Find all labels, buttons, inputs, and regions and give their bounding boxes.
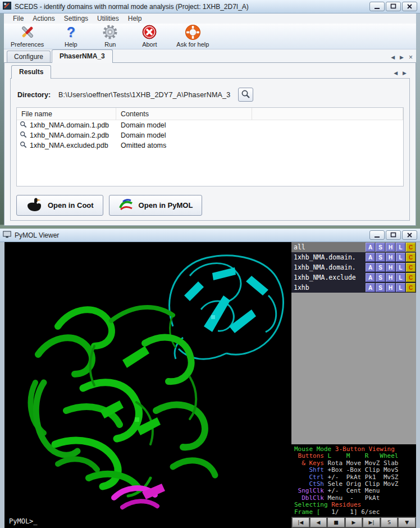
object-row-domain-2: 1xhb_NMA.domain. A S H L C [291, 262, 416, 272]
object-name[interactable]: all [291, 242, 365, 252]
pymol-ribbon-icon [118, 198, 134, 213]
abort-button[interactable]: Abort [137, 24, 162, 48]
toolbar-label: Ask for help [176, 41, 209, 48]
minimize-button[interactable] [369, 230, 385, 240]
run-button[interactable]: Run [98, 24, 122, 48]
tab-configure[interactable]: Configure [7, 51, 51, 63]
hide-menu-button[interactable]: H [386, 273, 395, 282]
column-header-contents: Contents [116, 108, 252, 120]
show-menu-button[interactable]: S [376, 273, 385, 282]
question-mark-icon: ? [67, 24, 75, 40]
color-menu-button[interactable]: C [406, 263, 416, 272]
hide-menu-button[interactable]: H [386, 283, 395, 292]
app-icon [3, 2, 11, 11]
action-menu-button[interactable]: A [366, 253, 375, 262]
menubar: File Actions Settings Utilities Help [4, 13, 416, 24]
preferences-button[interactable]: Preferences [11, 24, 44, 48]
object-name[interactable]: 1xhb_NMA.domain. [291, 252, 365, 262]
color-menu-button[interactable]: C [406, 283, 416, 292]
action-menu-button[interactable]: A [366, 273, 375, 282]
object-name[interactable]: 1xhb_NMA.exclude [291, 272, 365, 283]
menu-item-settings[interactable]: Settings [60, 13, 93, 24]
magnifier-icon [20, 131, 27, 140]
files-table: File name Contents 1xhb_NMA.domain.1.pdb… [16, 107, 404, 186]
stop-button[interactable]: ■ [327, 517, 345, 527]
pymol-window: PyMOL Viewer [0, 229, 420, 528]
show-menu-button[interactable]: S [376, 263, 385, 272]
file-contents: Domain model [116, 131, 252, 139]
label-menu-button[interactable]: L [396, 283, 405, 292]
color-menu-button[interactable]: C [406, 243, 416, 252]
pymol-command-prompt[interactable]: PyMOL>_ [9, 517, 38, 525]
toolbar-label: Preferences [11, 41, 44, 48]
pymol-titlebar[interactable]: PyMOL Viewer [0, 229, 420, 242]
hide-menu-button[interactable]: H [386, 243, 395, 252]
open-in-coot-button[interactable]: Open in Coot [16, 195, 103, 216]
hide-menu-button[interactable]: H [386, 253, 395, 262]
window-title: SCEDS - identify domains with normal mod… [15, 3, 366, 11]
maximize-button[interactable] [386, 230, 401, 240]
action-menu-button[interactable]: A [366, 263, 375, 272]
object-name[interactable]: 1xhb [291, 283, 365, 293]
table-row[interactable]: 1xhb_NMA.domain.2.pdb Domain model [17, 130, 403, 140]
tab-results[interactable]: Results [11, 65, 51, 79]
ask-for-help-button[interactable]: Ask for help [176, 24, 209, 48]
tab-close-icon[interactable]: × [409, 55, 413, 60]
color-menu-button[interactable]: C [406, 273, 416, 282]
close-button[interactable] [402, 2, 417, 11]
object-row-1xhb: 1xhb A S H L C [291, 283, 416, 293]
label-menu-button[interactable]: L [396, 273, 405, 282]
scene-button[interactable]: S [381, 517, 398, 527]
browse-directory-button[interactable] [238, 88, 253, 102]
table-row[interactable]: 1xhb_NMA.domain.1.pdb Domain model [17, 120, 403, 130]
tab-scroll-left-icon[interactable]: ◀ [391, 54, 395, 60]
main-tabstrip: Configure PhaserNMA_3 ◀ ▶ × [4, 49, 416, 63]
column-header-file-name: File name [17, 108, 116, 120]
maximize-button[interactable] [386, 2, 401, 11]
go-to-start-button[interactable]: |◀ [292, 517, 309, 527]
phasernma-panel: Results ◀ ▶ Directory: B:\Users\oeffner\… [4, 62, 416, 226]
files-table-header: File name Contents [17, 108, 403, 120]
show-menu-button[interactable]: S [376, 243, 385, 252]
toolbar-label: Run [104, 41, 116, 48]
magnifier-icon [241, 89, 250, 101]
help-button[interactable]: ? Help [58, 24, 83, 48]
results-scroll-left-icon[interactable]: ◀ [394, 70, 398, 76]
tab-phasernma-3[interactable]: PhaserNMA_3 [52, 49, 113, 63]
menu-dropdown-button[interactable]: ▼ [398, 517, 416, 527]
go-to-end-button[interactable]: ▶| [363, 517, 380, 527]
hide-menu-button[interactable]: H [386, 263, 395, 272]
label-menu-button[interactable]: L [396, 263, 405, 272]
open-in-pymol-button[interactable]: Open in PyMOL [109, 195, 203, 216]
sceds-titlebar[interactable]: SCEDS - identify domains with normal mod… [0, 0, 420, 13]
toolbar-label: Help [65, 41, 77, 48]
show-menu-button[interactable]: S [376, 283, 385, 292]
pymol-window-title: PyMOL Viewer [15, 231, 366, 239]
object-row-excluded: 1xhb_NMA.exclude A S H L C [291, 272, 416, 283]
file-name: 1xhb_NMA.domain.2.pdb [30, 131, 109, 139]
action-menu-button[interactable]: A [366, 243, 375, 252]
minimize-button[interactable] [369, 2, 385, 11]
menu-item-help[interactable]: Help [124, 13, 147, 24]
label-menu-button[interactable]: L [396, 253, 405, 262]
show-menu-button[interactable]: S [376, 253, 385, 262]
red-cross-circle-icon [141, 24, 157, 40]
playback-controls: |◀ ◀ ■ ▶ ▶| S ▼ [291, 517, 416, 528]
results-scroll-right-icon[interactable]: ▶ [403, 70, 407, 76]
pymol-viewport[interactable]: PyMOL>_ [4, 242, 291, 528]
object-name[interactable]: 1xhb_NMA.domain. [291, 262, 365, 272]
gear-icon [102, 24, 118, 40]
close-button[interactable] [402, 230, 417, 240]
tab-scroll-right-icon[interactable]: ▶ [400, 54, 404, 60]
menu-item-file[interactable]: File [8, 13, 28, 24]
action-menu-button[interactable]: A [366, 283, 375, 292]
sceds-window: SCEDS - identify domains with normal mod… [0, 0, 420, 229]
menu-item-actions[interactable]: Actions [28, 13, 59, 24]
play-button[interactable]: ▶ [345, 517, 363, 527]
table-row[interactable]: 1xhb_NMA.excluded.pdb Omitted atoms [17, 140, 403, 151]
menu-item-utilities[interactable]: Utilities [93, 13, 124, 24]
step-back-button[interactable]: ◀ [310, 517, 327, 527]
life-ring-icon [185, 24, 200, 40]
label-menu-button[interactable]: L [396, 243, 405, 252]
color-menu-button[interactable]: C [406, 253, 416, 262]
